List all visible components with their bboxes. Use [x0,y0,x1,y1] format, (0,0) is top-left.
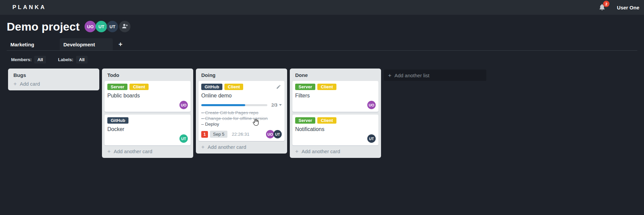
list-name[interactable]: Doing [199,71,284,78]
label-chip: GitHub [201,84,222,90]
add-card-label: Add another card [114,148,152,154]
label-chip: Server [107,84,127,90]
card-member-avatar[interactable]: UO [179,101,188,109]
task-item: Change code for offline version [201,116,282,121]
add-card-label: Add card [20,81,40,87]
list-todo: Todo Server Client Public boards UO GitH… [102,69,193,158]
due-date-badge[interactable]: Sep 5 [210,131,227,138]
card-labels: Server Client [107,84,188,90]
timer-value[interactable]: 22:26:31 [232,132,250,137]
add-member-button[interactable] [119,21,130,32]
card-notification-badge: 1 [201,131,208,138]
card-title: Docker [107,126,188,132]
plus-icon: + [13,81,17,86]
label-chip: Server [295,84,315,90]
card-member-avatar[interactable]: UT [367,134,376,143]
task-progress: 2/3 [201,102,282,108]
card-online-demo[interactable]: GitHub Client Online demo 2/3 [199,81,284,141]
labels-filter-label: Labels: [58,57,73,62]
labels-filter-value[interactable]: All [76,56,88,63]
add-card-label: Add another card [208,144,246,150]
card-members: UO UT [266,130,282,138]
filter-bar: Members: All Labels: All [11,56,88,63]
notification-count-badge[interactable]: 2 [603,1,609,7]
card-members: UT [295,134,376,143]
kanban-board: Bugs + Add card Todo Server Client Publi… [8,69,486,158]
card-stack: Server Client Filters UO Server Client N… [292,81,378,145]
list-name[interactable]: Bugs [11,71,97,78]
card-stack: Server Client Public boards UO GitHub Do… [105,81,191,145]
card-stack: GitHub Client Online demo 2/3 [199,81,284,141]
card-notifications[interactable]: Server Client Notifications UT [292,115,378,145]
list-bugs: Bugs + Add card [8,69,99,90]
label-chip: Client [317,84,336,90]
add-card-button[interactable]: + Add another card [105,145,191,155]
card-members: UO [295,101,376,109]
card-footer: 1 Sep 5 22:26:31 UO UT [201,130,282,138]
card-labels: Server Client [295,117,376,124]
project-members: UO UT UT [85,21,130,32]
label-chip: Server [295,117,315,124]
add-list-label: Add another list [394,73,429,78]
card-filters[interactable]: Server Client Filters UO [292,81,378,112]
card-members: UO [107,101,188,109]
list-name[interactable]: Done [292,71,378,78]
card-title: Online demo [201,93,282,99]
members-filter-value[interactable]: All [34,56,46,63]
card-member-avatar[interactable]: UT [179,134,188,143]
card-title: Notifications [295,126,376,132]
tab-development[interactable]: Development [60,38,113,50]
plus-icon: + [107,149,111,154]
topbar-right: 2 User One [598,3,644,11]
add-card-button[interactable]: + Add another card [199,141,284,151]
card-members: UT [107,134,188,143]
task-item: Deploy [201,121,282,127]
card-labels: Server Client [295,84,376,90]
label-chip: Client [224,84,243,90]
app-logo[interactable]: PLANKA [12,4,46,11]
list-done: Done Server Client Filters UO Server Cli… [290,69,381,158]
project-header: Demo project UO UT UT [0,15,644,38]
add-card-label: Add another card [302,148,340,154]
bell-icon [598,7,606,12]
card-public-boards[interactable]: Server Client Public boards UO [105,81,191,112]
tab-marketing[interactable]: Marketing [7,38,60,50]
add-list-button[interactable]: + Add another list [384,70,486,81]
card-labels: GitHub Client [201,84,282,90]
top-bar: PLANKA 2 User One [0,0,644,15]
list-doing: Doing GitHub Client Online demo 2/3 [196,69,287,154]
chevron-down-icon [279,104,282,106]
card-title: Filters [295,93,376,99]
project-title[interactable]: Demo project [7,20,79,33]
person-add-icon [122,23,128,31]
label-chip: GitHub [107,117,128,124]
task-counter[interactable]: 2/3 [271,102,282,108]
add-card-button[interactable]: + Add card [11,78,97,88]
plus-icon: + [388,73,391,78]
progress-fill [201,104,245,106]
members-filter-label: Members: [11,57,32,62]
task-fraction: 2/3 [271,102,277,108]
card-labels: GitHub [107,117,188,124]
add-board-button[interactable]: + [113,38,128,50]
project-member-avatar[interactable]: UT [96,21,107,32]
card-title: Public boards [107,93,188,99]
label-chip: Client [317,117,336,124]
card-member-avatar[interactable]: UT [273,130,282,138]
card-member-avatar[interactable]: UO [367,101,376,109]
task-item: Create GitHub Pages repo [201,110,282,116]
board-tabs: Marketing Development + [7,38,637,51]
card-docker[interactable]: GitHub Docker UT [105,115,191,145]
task-list: Create GitHub Pages repo Change code for… [201,110,282,127]
notifications-button[interactable]: 2 [598,3,606,11]
plus-icon: + [295,149,299,154]
edit-card-button[interactable] [276,84,281,91]
user-menu[interactable]: User One [617,5,639,10]
project-member-avatar[interactable]: UO [85,21,96,32]
project-member-avatar[interactable]: UT [107,21,118,32]
plus-icon: + [201,144,205,149]
list-name[interactable]: Todo [105,71,191,78]
add-card-button[interactable]: + Add another card [292,145,378,155]
progress-bar [201,104,267,106]
label-chip: Client [129,84,148,90]
